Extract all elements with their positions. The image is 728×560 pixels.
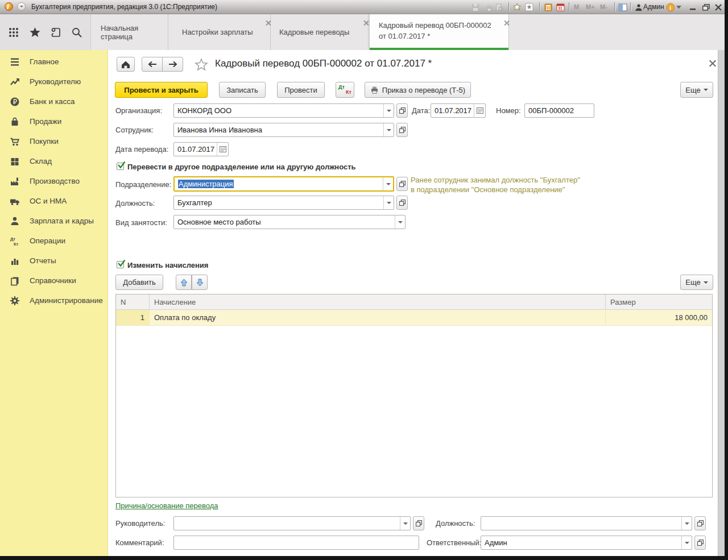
- column-header-accrual: Начисление: [150, 294, 606, 309]
- back-button[interactable]: [142, 57, 163, 72]
- tab-transfers[interactable]: Кадровые переводы: [271, 14, 369, 50]
- memory-m-minus-button[interactable]: M-: [600, 3, 607, 10]
- tab-label-line2: от 01.07.2017 *: [379, 31, 494, 42]
- separator: [569, 2, 569, 11]
- manager-position-open-button[interactable]: [694, 516, 706, 530]
- dropdown-arrow-icon[interactable]: [383, 177, 393, 190]
- organization-open-button[interactable]: [396, 103, 408, 118]
- post-button[interactable]: Провести: [277, 82, 325, 98]
- dtkt-postings-button[interactable]: Дт Кт: [336, 82, 354, 98]
- info-icon[interactable]: i: [665, 2, 676, 12]
- sidebar-item-directories[interactable]: Справочники: [0, 271, 108, 291]
- tab-personnel-transfer-active[interactable]: Кадровый перевод 00БП-000002 от 01.07.20…: [369, 14, 509, 50]
- sidebar-item-purchases[interactable]: Покупки: [0, 131, 108, 151]
- add-row-button[interactable]: Добавить: [115, 275, 163, 290]
- sidebar-item-production[interactable]: Производство: [0, 171, 108, 191]
- dropdown-arrow-icon[interactable]: [400, 517, 410, 530]
- transfer-checkbox-label: Перевести в другое подразделение или на …: [127, 163, 356, 171]
- sidebar-item-salary-hr[interactable]: Зарплата и кадры: [0, 211, 108, 231]
- employee-field[interactable]: Иванова Инна Ивановна: [173, 123, 394, 137]
- print-transfer-order-button[interactable]: Приказ о переводе (Т-5): [365, 82, 471, 98]
- tab-salary-settings[interactable]: Настройки зарплаты: [174, 14, 271, 50]
- dropdown-arrow-icon[interactable]: [395, 215, 405, 229]
- dropdown-arrow-icon[interactable]: [383, 196, 394, 209]
- minimize-button[interactable]: [687, 2, 698, 12]
- memory-m-plus-button[interactable]: M+: [586, 3, 595, 10]
- number-field[interactable]: 00БП-000002: [524, 103, 594, 118]
- transfer-date-field[interactable]: 01.07.2017: [173, 142, 229, 156]
- post-and-close-button[interactable]: Провести и закрыть: [115, 82, 208, 98]
- main-menu-button[interactable]: [17, 2, 26, 11]
- move-up-button[interactable]: [176, 275, 192, 290]
- reason-link[interactable]: Причина/основание перевода: [115, 501, 218, 510]
- sidebar-item-manager[interactable]: Руководителю: [0, 72, 108, 92]
- favorite-star-icon[interactable]: [195, 58, 208, 73]
- print-icon[interactable]: [484, 2, 494, 12]
- sidebar-item-operations[interactable]: ДтКт Операции: [0, 231, 108, 251]
- split-window-icon[interactable]: [618, 2, 628, 12]
- employment-type-label: Вид занятости:: [115, 218, 167, 227]
- more-button-top[interactable]: Еще: [680, 82, 713, 98]
- department-field[interactable]: Администрация: [173, 176, 394, 192]
- sidebar-item-administration[interactable]: Администрирование: [0, 291, 108, 310]
- date-label: Дата:: [412, 106, 430, 115]
- calculator-icon[interactable]: [543, 2, 553, 12]
- sidebar-item-fixed-assets[interactable]: ОС и НМА: [0, 191, 108, 211]
- position-open-button[interactable]: [396, 196, 408, 210]
- date-field[interactable]: 01.07.2017: [431, 103, 486, 118]
- tab-home[interactable]: Начальная страница: [93, 14, 168, 50]
- save-icon[interactable]: [470, 2, 481, 12]
- responsible-open-button[interactable]: [694, 536, 706, 550]
- manager-field[interactable]: [173, 516, 411, 530]
- close-form-icon[interactable]: [709, 59, 717, 67]
- dropdown-arrow-icon[interactable]: [681, 536, 692, 549]
- dropdown-arrow-icon[interactable]: [681, 517, 692, 530]
- change-accruals-checkbox[interactable]: [117, 261, 124, 268]
- current-user-name[interactable]: Админ: [643, 3, 664, 11]
- bag-icon: [10, 117, 20, 127]
- sidebar-item-warehouse[interactable]: Склад: [0, 151, 108, 171]
- dropdown-arrow-icon[interactable]: [383, 123, 394, 136]
- move-down-button[interactable]: [192, 275, 208, 290]
- section-sidebar: Главное Руководителю Банк и касса Продаж…: [0, 50, 108, 556]
- sidebar-item-bank-cash[interactable]: Банк и касса: [0, 92, 108, 111]
- employment-type-field[interactable]: Основное место работы: [173, 215, 406, 229]
- employee-open-button[interactable]: [396, 123, 408, 137]
- search-icon[interactable]: [70, 26, 84, 39]
- info-dropdown-icon[interactable]: [676, 2, 681, 12]
- dropdown-arrow-icon[interactable]: [383, 104, 394, 117]
- separator: [614, 2, 615, 11]
- svg-text:31: 31: [558, 6, 562, 10]
- comment-field[interactable]: [173, 536, 419, 550]
- calendar-picker-icon[interactable]: [474, 104, 485, 117]
- manager-open-button[interactable]: [413, 516, 424, 530]
- history-icon[interactable]: [49, 26, 63, 39]
- position-field[interactable]: Бухгалтер: [173, 196, 394, 210]
- calendar-icon[interactable]: 31: [555, 2, 565, 12]
- write-button[interactable]: Записать: [219, 82, 266, 98]
- table-row[interactable]: 1 Оплата по окладу 18 000,00: [116, 310, 712, 326]
- more-button-table[interactable]: Еще: [680, 275, 713, 290]
- department-open-button[interactable]: [396, 177, 408, 191]
- sidebar-item-main[interactable]: Главное: [0, 52, 108, 72]
- preview-icon[interactable]: [494, 2, 504, 12]
- favorites-icon[interactable]: [512, 2, 523, 12]
- home-button[interactable]: [117, 57, 135, 72]
- transfer-checkbox[interactable]: [117, 163, 124, 170]
- tab-label-line1: Кадровый перевод 00БП-000002: [379, 20, 494, 31]
- arrow-down-icon: [196, 279, 204, 287]
- close-window-button[interactable]: [713, 2, 724, 12]
- memory-m-button[interactable]: M: [574, 3, 579, 10]
- forward-button[interactable]: [162, 57, 183, 72]
- organization-field[interactable]: КОНКОРД ООО: [173, 103, 394, 118]
- sidebar-item-sales[interactable]: Продажи: [0, 111, 108, 131]
- calendar-picker-icon[interactable]: [217, 143, 228, 156]
- favorites-star-icon[interactable]: [28, 26, 42, 39]
- sidebar-item-reports[interactable]: Отчеты: [0, 251, 108, 271]
- manager-position-field[interactable]: [481, 516, 692, 530]
- apps-grid-icon[interactable]: [7, 26, 20, 39]
- restore-button[interactable]: [700, 2, 712, 12]
- main-window: Бухгалтерия предприятия, редакция 3.0 (1…: [0, 0, 725, 556]
- responsible-field[interactable]: Админ: [481, 536, 692, 550]
- add-favorite-icon[interactable]: [524, 2, 535, 12]
